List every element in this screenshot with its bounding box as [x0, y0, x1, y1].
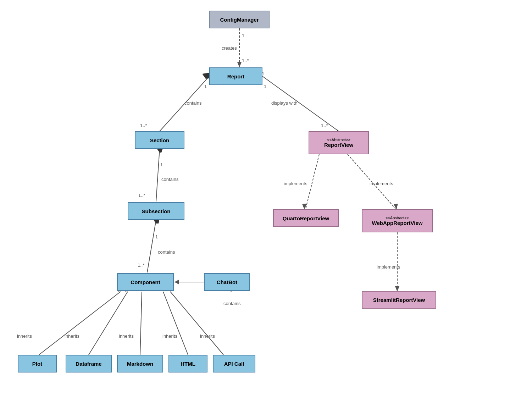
report-label: Report	[227, 73, 244, 79]
reportview-abstract-label: <<Abstract>>	[327, 138, 350, 142]
subsection-box: Subsection	[128, 202, 184, 220]
webappreportview-box: <<Abstract>> WebAppReportView	[362, 209, 433, 232]
svg-line-16	[39, 292, 121, 355]
chatbot-label: ChatBot	[217, 279, 237, 285]
svg-text:1: 1	[204, 84, 207, 89]
svg-line-24	[170, 292, 223, 355]
svg-text:1: 1	[242, 33, 244, 38]
svg-line-22	[163, 292, 188, 355]
subsection-label: Subsection	[142, 208, 171, 214]
svg-text:1..*: 1..*	[140, 123, 147, 128]
svg-text:inherits: inherits	[162, 333, 177, 339]
svg-text:inherits: inherits	[17, 333, 32, 339]
svg-text:displays with: displays with	[271, 100, 298, 106]
webappreportview-label: WebAppReportView	[372, 220, 423, 226]
svg-line-20	[140, 292, 142, 355]
plot-box: Plot	[18, 355, 57, 372]
svg-marker-13	[394, 204, 398, 209]
quartoreportview-box: QuartoReportView	[273, 209, 339, 227]
configmanager-label: ConfigManager	[220, 17, 259, 23]
svg-line-2	[160, 76, 209, 131]
svg-text:implements: implements	[377, 264, 400, 270]
reportview-box: <<Abstract>> ReportView	[309, 131, 369, 154]
svg-text:implements: implements	[284, 181, 307, 186]
html-box: HTML	[168, 355, 207, 372]
svg-text:inherits: inherits	[119, 333, 134, 339]
apicall-box: API Call	[213, 355, 255, 372]
svg-text:1: 1	[155, 234, 158, 239]
svg-text:1: 1	[264, 84, 266, 89]
webappreportview-abstract-label: <<Abstract>>	[386, 216, 409, 220]
dataframe-label: Dataframe	[76, 361, 101, 367]
svg-text:contains: contains	[184, 100, 202, 106]
reportview-label: ReportView	[324, 142, 353, 148]
report-box: Report	[209, 67, 262, 85]
svg-text:implements: implements	[370, 181, 393, 186]
component-box: Component	[117, 273, 174, 291]
markdown-label: Markdown	[127, 361, 153, 367]
section-label: Section	[150, 137, 169, 143]
svg-text:contains: contains	[158, 249, 175, 255]
svg-marker-28	[174, 280, 179, 285]
svg-line-8	[262, 76, 339, 131]
svg-line-6	[147, 220, 156, 272]
configmanager-box: ConfigManager	[209, 11, 270, 28]
svg-text:contains: contains	[161, 177, 179, 182]
markdown-box: Markdown	[117, 355, 163, 372]
uml-diagram: 1 1..* creates contains 1 1..* contains …	[0, 0, 532, 414]
svg-text:1..*: 1..*	[321, 123, 328, 128]
component-label: Component	[131, 279, 160, 285]
svg-line-10	[306, 154, 319, 209]
svg-text:contains: contains	[223, 301, 241, 306]
svg-line-18	[89, 292, 128, 355]
apicall-label: API Call	[224, 361, 244, 367]
html-label: HTML	[181, 361, 195, 367]
quartoreportview-label: QuartoReportView	[283, 215, 329, 221]
chatbot-box: ChatBot	[204, 273, 250, 291]
svg-line-12	[348, 154, 395, 209]
svg-text:1..*: 1..*	[138, 193, 145, 198]
connectors-svg: 1 1..* creates contains 1 1..* contains …	[0, 0, 532, 414]
svg-text:1..*: 1..*	[138, 263, 145, 268]
svg-text:1: 1	[160, 162, 163, 167]
svg-marker-1	[237, 62, 242, 67]
plot-label: Plot	[32, 361, 42, 367]
svg-line-4	[156, 149, 160, 202]
section-box: Section	[135, 131, 184, 149]
svg-text:inherits: inherits	[65, 333, 79, 339]
streamlitreportview-label: StreamlitReportView	[373, 297, 425, 303]
streamlitreportview-box: StreamlitReportView	[362, 291, 436, 309]
svg-text:1..*: 1..*	[242, 58, 249, 63]
dataframe-box: Dataframe	[66, 355, 112, 372]
svg-marker-11	[302, 204, 307, 209]
svg-text:inherits: inherits	[200, 333, 215, 339]
svg-text:creates: creates	[222, 45, 237, 51]
